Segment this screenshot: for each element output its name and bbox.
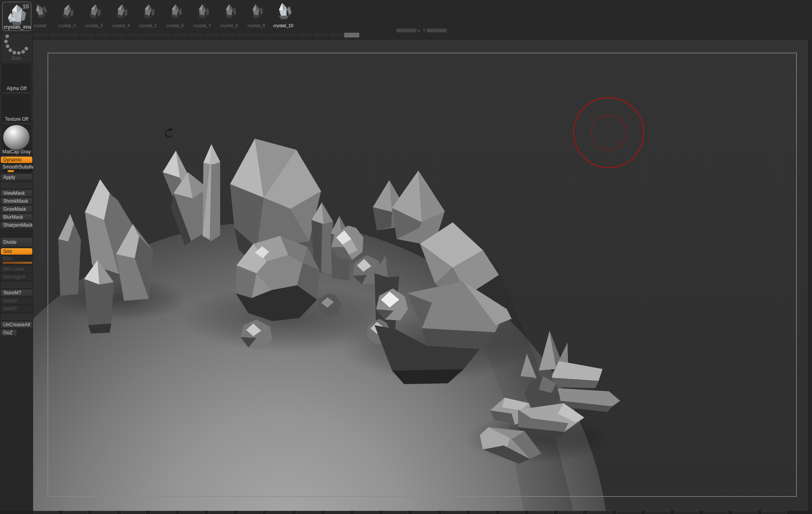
- collapse-up-icon[interactable]: ▲: [416, 29, 422, 32]
- sidebar-button-sharpenmask[interactable]: SharpenMask: [1, 222, 32, 228]
- bottom-tray-cell[interactable]: [500, 511, 524, 514]
- tray-scroll-cell[interactable]: [251, 33, 266, 37]
- slider-track[interactable]: [2, 170, 32, 172]
- sidebar-button-apply[interactable]: Apply: [1, 174, 32, 180]
- tray-item-crystal_7[interactable]: crystal_7: [189, 0, 216, 30]
- bottom-tray-cell[interactable]: [121, 511, 146, 514]
- tray-scroll-handle[interactable]: [344, 33, 360, 37]
- tray-scroll-cell[interactable]: [329, 33, 344, 37]
- tray-scroll-cell[interactable]: [95, 33, 111, 37]
- bottom-tray-strip[interactable]: [0, 511, 812, 514]
- crystal-thumbnail-icon: [85, 2, 103, 20]
- vertical-scrollbar[interactable]: [808, 40, 812, 511]
- tray-scroll-cell[interactable]: [235, 33, 251, 37]
- slider-handle[interactable]: [8, 170, 14, 172]
- sidebar-slider-smoothsubdiv[interactable]: SmoothSubdiv: [1, 165, 32, 173]
- tray-scroll-cell[interactable]: [220, 33, 235, 37]
- bottom-tray-cell[interactable]: [441, 511, 466, 514]
- tray-item-crystal_9[interactable]: crystal_9: [242, 0, 270, 30]
- bottom-tray-cell[interactable]: [92, 511, 117, 514]
- bottom-tray-cell[interactable]: [704, 511, 728, 514]
- bottom-tray-cell[interactable]: [325, 511, 350, 514]
- tray-scroll-cell[interactable]: [173, 33, 189, 37]
- texture-selector[interactable]: Texture Off: [1, 93, 32, 123]
- tray-scroll-cell[interactable]: [298, 33, 313, 37]
- sidebar-button-storemt[interactable]: StoreMT: [1, 290, 32, 296]
- viewport[interactable]: [33, 40, 812, 511]
- tray-item-label: crystal_1: [134, 23, 162, 28]
- drag-grip-left[interactable]: [396, 29, 416, 32]
- bottom-tray-cell[interactable]: [209, 511, 233, 514]
- material-selector[interactable]: MatCap Gray: [1, 124, 32, 156]
- crystal-thumbnail-icon: [139, 2, 157, 20]
- tray-item-crystal_8[interactable]: crystal_8: [216, 0, 243, 30]
- tray-scroll-cell[interactable]: [49, 33, 64, 37]
- tray-scroll-cell[interactable]: [266, 33, 282, 37]
- bottom-tray-cell[interactable]: [733, 511, 757, 514]
- alpha-selector[interactable]: Alpha Off: [1, 63, 32, 92]
- bottom-tray-cell[interactable]: [179, 511, 204, 514]
- crystal-thumbnail-icon: [247, 2, 265, 20]
- tray-item-crystal_1[interactable]: crystal_1: [134, 0, 162, 30]
- bottom-tray-cell[interactable]: [616, 511, 641, 514]
- tray-scroll-cell[interactable]: [313, 33, 329, 37]
- bottom-tray-cell[interactable]: [238, 511, 262, 514]
- bottom-tray-cell[interactable]: [558, 511, 583, 514]
- tray-scroll-cell[interactable]: [282, 33, 298, 37]
- bottom-tray-cell[interactable]: [587, 511, 612, 514]
- brush-tray-bar: 10 crystals_insert crystalcrystal_2cryst…: [0, 0, 812, 40]
- sidebar-button-delmt[interactable]: DelMT: [1, 306, 32, 312]
- tray-item-label: crystal_4: [107, 23, 134, 28]
- crystal-thumbnail-icon: [273, 1, 294, 22]
- tray-scroll-cell[interactable]: [80, 33, 95, 37]
- tray-scroll-cell[interactable]: [204, 33, 220, 37]
- sidebar-button-uncreaseall[interactable]: UnCreaseAll: [1, 322, 32, 328]
- tray-scroll-cell[interactable]: [33, 33, 49, 37]
- tray-item-crystal_10[interactable]: crystal_10: [270, 0, 297, 30]
- bottom-tray-cell[interactable]: [645, 511, 670, 514]
- sidebar-button-dynamic[interactable]: Dynamic: [1, 157, 32, 163]
- bottom-tray-cell[interactable]: [34, 511, 59, 514]
- tray-scroll-cell[interactable]: [126, 33, 142, 37]
- bottom-tray-cell[interactable]: [354, 511, 379, 514]
- sidebar-button-shrinkmask[interactable]: ShrinkMask: [1, 198, 32, 204]
- collapse-down-icon[interactable]: ▼: [422, 29, 427, 32]
- bottom-tray-cell[interactable]: [471, 511, 495, 514]
- tray-item-crystal_3[interactable]: crystal_3: [81, 0, 108, 30]
- sidebar-button-divide[interactable]: Divide: [1, 238, 32, 247]
- zbrush-window: 10 crystals_insert crystalcrystal_2cryst…: [0, 0, 812, 514]
- bottom-tray-cell[interactable]: [412, 511, 437, 514]
- tray-scroll-cell[interactable]: [189, 33, 204, 37]
- sidebar-button-viewmask[interactable]: ViewMask: [1, 190, 32, 196]
- bottom-tray-cell[interactable]: [267, 511, 292, 514]
- bottom-tray-cell[interactable]: [762, 511, 786, 514]
- bottom-tray-cell[interactable]: [296, 511, 321, 514]
- tray-scroll-cell[interactable]: [111, 33, 126, 37]
- sidebar-button-growmask[interactable]: GrowMask: [1, 206, 32, 212]
- sidebar-button-switch[interactable]: Switch: [1, 298, 32, 304]
- tray-item-crystal[interactable]: crystal: [26, 0, 53, 30]
- sidebar-button-blurmask[interactable]: BlurMask: [1, 214, 32, 220]
- slider-handle[interactable]: [2, 262, 32, 264]
- tray-item-crystal_4[interactable]: crystal_4: [107, 0, 134, 30]
- slider-track[interactable]: [2, 262, 32, 264]
- bottom-tray-cell[interactable]: [529, 511, 554, 514]
- tray-scroll-cell[interactable]: [142, 33, 158, 37]
- sidebar-button-del-higher[interactable]: Del Higher: [1, 274, 32, 280]
- bottom-tray-cell[interactable]: [674, 511, 699, 514]
- sidebar-slider-sdiv[interactable]: SDiv: [1, 256, 32, 264]
- sidebar-button-smt[interactable]: Smt: [1, 248, 32, 255]
- tray-scroll-cell[interactable]: [64, 33, 80, 37]
- bottom-tray-cell[interactable]: [150, 511, 175, 514]
- tray-item-crystal_6[interactable]: crystal_6: [162, 0, 189, 30]
- sidebar-button-del-lower[interactable]: Del Lower: [1, 266, 32, 272]
- tray-scroll-cell[interactable]: [158, 33, 173, 37]
- tray-item-crystal_2[interactable]: crystal_2: [53, 0, 81, 30]
- drag-grip-right[interactable]: [427, 29, 447, 32]
- stroke-selector[interactable]: Dots: [1, 34, 32, 62]
- bottom-tray-cell[interactable]: [383, 511, 408, 514]
- bottom-tray-cell[interactable]: [63, 511, 88, 514]
- tray-scrollbar[interactable]: [33, 32, 360, 38]
- tray-divider-handle[interactable]: ▲ ▼: [396, 28, 447, 33]
- sidebar-button-goz[interactable]: GoZ: [1, 330, 17, 336]
